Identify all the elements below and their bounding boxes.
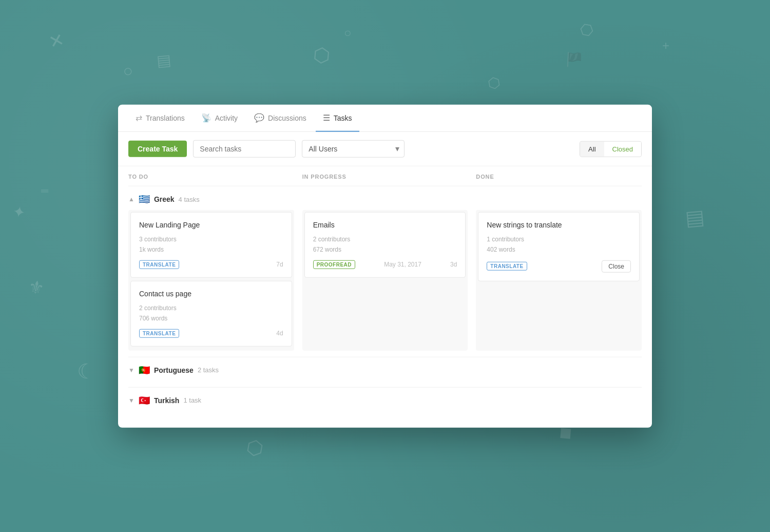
- toolbar: Create Task All Users All Closed: [118, 132, 652, 166]
- lang-header-portuguese[interactable]: ▼ 🇵🇹 Portuguese 2 tasks: [128, 359, 642, 381]
- task-contributors: 2 contributors: [139, 303, 283, 313]
- group-divider-2: [128, 387, 642, 387]
- col-header-inprogress: IN PROGRESS: [302, 174, 468, 180]
- users-filter-select[interactable]: All Users: [302, 140, 405, 158]
- portuguese-lang-name: Portuguese: [154, 366, 194, 374]
- task-words: 1k words: [139, 244, 283, 255]
- lang-group-turkish: ▼ 🇹🇷 Turkish 1 task: [128, 389, 642, 411]
- task-time: 3d: [450, 261, 457, 268]
- task-badge-proofread: PROOFREAD: [313, 260, 355, 269]
- task-card-new-strings[interactable]: New strings to translate 1 contributors …: [478, 212, 640, 281]
- filter-closed-button[interactable]: Closed: [604, 141, 641, 156]
- col-header-done: DONE: [476, 174, 642, 180]
- tab-activity-label: Activity: [215, 113, 238, 122]
- greek-flag-icon: 🇬🇷: [139, 194, 150, 205]
- portuguese-task-count: 2 tasks: [198, 366, 219, 374]
- task-card-new-landing[interactable]: New Landing Page 3 contributors 1k words…: [130, 212, 292, 278]
- task-card-emails[interactable]: Emails 2 contributors 672 words PROOFREA…: [304, 212, 466, 278]
- column-headers: TO DO IN PROGRESS DONE: [128, 166, 642, 184]
- status-filter-buttons: All Closed: [580, 141, 642, 157]
- task-title: Emails: [313, 221, 457, 229]
- activity-icon: 📡: [201, 113, 211, 123]
- tab-discussions-label: Discussions: [268, 113, 306, 122]
- users-filter-wrapper: All Users: [302, 140, 405, 158]
- turkish-lang-name: Turkish: [154, 396, 180, 404]
- task-title: Contact us page: [139, 290, 283, 298]
- greek-lang-name: Greek: [154, 195, 175, 203]
- tab-discussions[interactable]: 💬 Discussions: [247, 105, 314, 132]
- header-divider: [128, 186, 642, 186]
- turkish-flag-icon: 🇹🇷: [139, 394, 150, 406]
- task-title: New Landing Page: [139, 221, 283, 229]
- task-contributors: 3 contributors: [139, 234, 283, 244]
- lang-group-portuguese: ▼ 🇵🇹 Portuguese 2 tasks: [128, 359, 642, 381]
- chevron-down-icon: ▼: [128, 366, 134, 373]
- tab-tasks[interactable]: ☰ Tasks: [316, 105, 359, 132]
- greek-done-column: New strings to translate 1 contributors …: [476, 210, 642, 351]
- greek-todo-column: New Landing Page 3 contributors 1k words…: [128, 210, 294, 351]
- task-words: 672 words: [313, 244, 457, 255]
- task-footer: TRANSLATE 4d: [139, 329, 283, 337]
- col-header-todo: TO DO: [128, 174, 294, 180]
- tab-activity[interactable]: 📡 Activity: [194, 105, 245, 132]
- task-contributors: 2 contributors: [313, 234, 457, 244]
- task-badge-translate: TRANSLATE: [139, 329, 179, 337]
- task-words: 706 words: [139, 313, 283, 324]
- discussions-icon: 💬: [254, 113, 264, 123]
- task-footer: PROOFREAD May 31, 2017 3d: [313, 260, 457, 269]
- group-divider-1: [128, 356, 642, 357]
- translations-icon: ⇄: [136, 113, 142, 123]
- task-footer: TRANSLATE Close: [487, 260, 631, 273]
- lang-group-greek: ▲ 🇬🇷 Greek 4 tasks New Landing Page 3 co…: [128, 188, 642, 351]
- search-input[interactable]: [193, 140, 296, 158]
- task-time: 7d: [276, 261, 283, 268]
- close-task-button[interactable]: Close: [602, 260, 631, 273]
- main-modal: ⇄ Translations 📡 Activity 💬 Discussions …: [118, 105, 652, 428]
- tasks-icon: ☰: [323, 113, 330, 123]
- task-badge-translate: TRANSLATE: [487, 262, 527, 271]
- portuguese-flag-icon: 🇵🇹: [139, 364, 150, 375]
- greek-task-count: 4 tasks: [179, 195, 200, 203]
- tab-bar: ⇄ Translations 📡 Activity 💬 Discussions …: [118, 105, 652, 132]
- task-title: New strings to translate: [487, 221, 631, 229]
- tab-translations[interactable]: ⇄ Translations: [128, 105, 192, 132]
- greek-task-columns: New Landing Page 3 contributors 1k words…: [128, 210, 642, 351]
- task-date: May 31, 2017: [384, 261, 421, 268]
- task-card-contact-us[interactable]: Contact us page 2 contributors 706 words…: [130, 281, 292, 347]
- task-contributors: 1 contributors: [487, 234, 631, 244]
- filter-all-button[interactable]: All: [580, 141, 604, 156]
- turkish-task-count: 1 task: [183, 396, 201, 404]
- tab-tasks-label: Tasks: [334, 113, 352, 122]
- create-task-button[interactable]: Create Task: [128, 141, 187, 157]
- tab-translations-label: Translations: [146, 113, 185, 122]
- task-badge-translate: TRANSLATE: [139, 260, 179, 269]
- lang-header-greek[interactable]: ▲ 🇬🇷 Greek 4 tasks: [128, 188, 642, 210]
- task-footer: TRANSLATE 7d: [139, 260, 283, 269]
- chevron-down-icon: ▼: [128, 396, 134, 404]
- task-time: 4d: [276, 330, 283, 337]
- lang-header-turkish[interactable]: ▼ 🇹🇷 Turkish 1 task: [128, 389, 642, 411]
- chevron-up-icon: ▲: [128, 196, 134, 203]
- tasks-content: TO DO IN PROGRESS DONE ▲ 🇬🇷 Greek 4 task…: [118, 166, 652, 428]
- task-words: 402 words: [487, 244, 631, 255]
- greek-inprogress-column: Emails 2 contributors 672 words PROOFREA…: [302, 210, 468, 351]
